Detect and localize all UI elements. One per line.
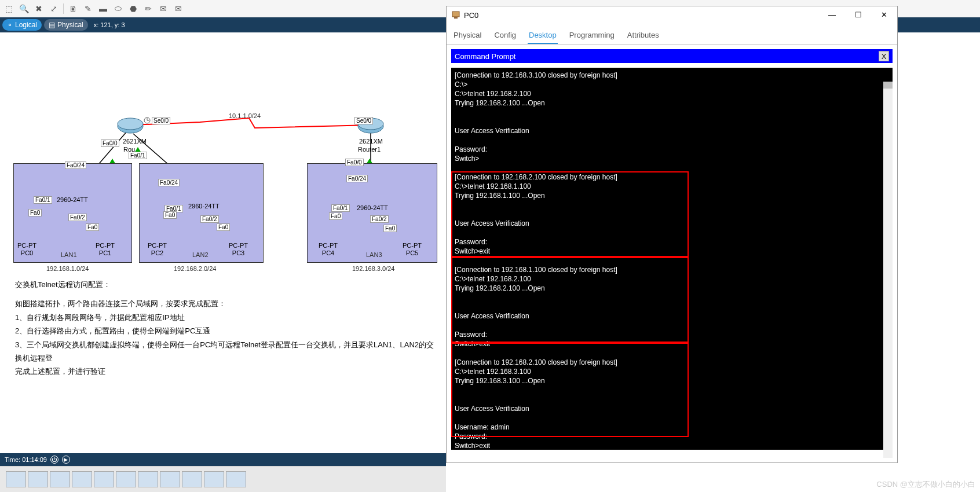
sw1-model: 2960-24TT [188, 203, 220, 210]
terminal-scrollbar[interactable] [883, 82, 893, 458]
device-item[interactable] [50, 471, 70, 487]
pc4-fa0: Fa0 [329, 212, 342, 220]
svg-point-22 [118, 118, 143, 130]
lan2-label: LAN2 [192, 251, 209, 258]
sw2-model: 2960-24TT [357, 204, 388, 212]
power-icon[interactable]: ⏻ [50, 456, 58, 464]
sw0-r: Fa0/2 [68, 214, 87, 221]
zoom-icon[interactable]: 🔍 [18, 3, 30, 14]
tab-desktop[interactable]: Desktop [528, 28, 558, 44]
coordinates: x: 121, y: 3 [94, 21, 125, 28]
watermark: CSDN @立志不做小白的小白 [876, 479, 975, 490]
delete-icon[interactable]: ✖ [33, 3, 45, 14]
device-item[interactable] [138, 471, 158, 487]
topology-workspace[interactable]: 10.1.1.0/24 Se0/0 Se0/0 Fa0/0 Fa0/1 Fa0/… [0, 32, 446, 426]
lan3-label: LAN3 [366, 251, 382, 258]
device-item[interactable] [94, 471, 114, 487]
sw0-model: 2960-24TT [57, 196, 88, 204]
pc0-window: PC0 — ☐ ✕ Physical Config Desktop Progra… [446, 6, 898, 463]
pc5-fa0: Fa0 [383, 225, 397, 232]
pc-tabs: Physical Config Desktop Programming Attr… [447, 24, 897, 45]
tab-physical[interactable]: Physical [452, 28, 482, 44]
pc0-titlebar[interactable]: PC0 — ☐ ✕ [447, 6, 897, 24]
cmd-close-button[interactable]: X [879, 51, 889, 61]
physical-label: Physical [57, 21, 83, 29]
tab-attributes[interactable]: Attributes [626, 28, 660, 44]
r0-model: 2621XM [123, 138, 147, 145]
logical-label: Logical [15, 21, 37, 29]
description-text: 交换机Telnet远程访问配置： 如图搭建拓扑，两个路由器连接三个局域网，按要求… [15, 278, 438, 379]
sw1-up: Fa0/24 [158, 179, 180, 186]
device-bar [0, 466, 446, 492]
pc3-fa0: Fa0 [217, 223, 230, 231]
minimize-button[interactable]: — [819, 6, 845, 23]
poly-icon[interactable]: ⬣ [127, 3, 139, 14]
pc0-fa0: Fa0 [28, 209, 42, 216]
svg-rect-52 [452, 12, 459, 17]
pc0-title-text: PC0 [464, 11, 478, 20]
scroll-thumb[interactable] [883, 82, 893, 89]
sw1-r: Fa0/2 [200, 215, 219, 223]
play-icon[interactable]: ▶ [62, 456, 70, 464]
env-icon[interactable]: ✉ [173, 3, 184, 14]
sw0-l: Fa0/1 [34, 196, 52, 204]
device-item[interactable] [182, 471, 202, 487]
pc1-fa0: Fa0 [86, 223, 99, 231]
desc-body: 如图搭建拓扑，两个路由器连接三个局域网，按要求完成配置： 1、自行规划各网段网络… [15, 297, 438, 378]
router0-icon [118, 118, 143, 133]
physical-mode-button[interactable]: ▤ Physical [44, 19, 88, 31]
status-bar: Time: 01:14:09 ⏻ ▶ [0, 453, 446, 466]
r1-se-label: Se0/0 [354, 117, 373, 124]
logical-mode-button[interactable]: ⚬ Logical [2, 19, 42, 31]
pc3-label: PC-PT PC3 [229, 242, 248, 257]
pc2-fa0: Fa0 [163, 211, 177, 219]
sw0-up: Fa0/24 [65, 161, 86, 169]
terminal-text: [Connection to 192.168.3.100 closed by f… [455, 71, 617, 450]
desc-title: 交换机Telnet远程访问配置： [15, 278, 438, 291]
tab-programming[interactable]: Programming [568, 28, 616, 44]
text-icon[interactable]: ✏ [142, 3, 154, 14]
lan1-label: LAN1 [61, 251, 77, 258]
net2-label: 192.168.2.0/24 [174, 265, 216, 272]
resize-icon[interactable]: ⤢ [48, 3, 60, 14]
select-icon[interactable]: ⬚ [3, 3, 14, 14]
net1-label: 192.168.1.0/24 [46, 265, 89, 272]
pc-app-icon [451, 10, 460, 20]
device-item[interactable] [6, 471, 26, 487]
r1-fa0-label: Fa0/0 [345, 159, 364, 166]
pencil-icon[interactable]: ✎ [82, 3, 94, 14]
pc5-label: PC-PT PC5 [403, 242, 422, 257]
close-button[interactable]: ✕ [871, 6, 897, 23]
device-item[interactable] [72, 471, 92, 487]
svg-rect-53 [454, 17, 458, 19]
time-label: Time: 01:14:09 [5, 456, 47, 463]
serial-net-label: 10.1.1.0/24 [229, 112, 261, 119]
oval-icon[interactable]: ⬭ [112, 3, 124, 14]
device-item[interactable] [28, 471, 48, 487]
note-icon[interactable]: 🗎 [67, 3, 79, 14]
cmd-prompt-header: Command Prompt X [451, 49, 893, 63]
net3-label: 192.168.3.0/24 [352, 265, 394, 272]
rect-icon[interactable]: ▬ [97, 3, 109, 14]
cmd-title: Command Prompt [455, 52, 515, 61]
r1-model: 2621XM [359, 138, 383, 145]
pc1-label: PC-PT PC1 [96, 242, 115, 257]
r1-name: Router1 [358, 146, 381, 153]
terminal[interactable]: [Connection to 192.168.3.100 closed by f… [451, 68, 893, 450]
pc0-label: PC-PT PC0 [17, 242, 36, 257]
mail-icon[interactable]: ✉ [158, 3, 169, 14]
r0-name: Rou [123, 146, 135, 153]
pc2-label: PC-PT PC2 [148, 242, 167, 257]
device-item[interactable] [204, 471, 224, 487]
maximize-button[interactable]: ☐ [845, 6, 871, 23]
physical-icon: ▤ [49, 21, 55, 29]
logical-icon: ⚬ [7, 21, 13, 29]
r0-se-label: Se0/0 [152, 117, 170, 124]
device-item[interactable] [160, 471, 180, 487]
sw2-up: Fa0/24 [346, 175, 368, 182]
device-item[interactable] [226, 471, 246, 487]
pc4-label: PC-PT PC4 [319, 242, 338, 257]
sw2-l: Fa0/1 [331, 204, 350, 212]
device-item[interactable] [116, 471, 136, 487]
tab-config[interactable]: Config [493, 28, 517, 44]
